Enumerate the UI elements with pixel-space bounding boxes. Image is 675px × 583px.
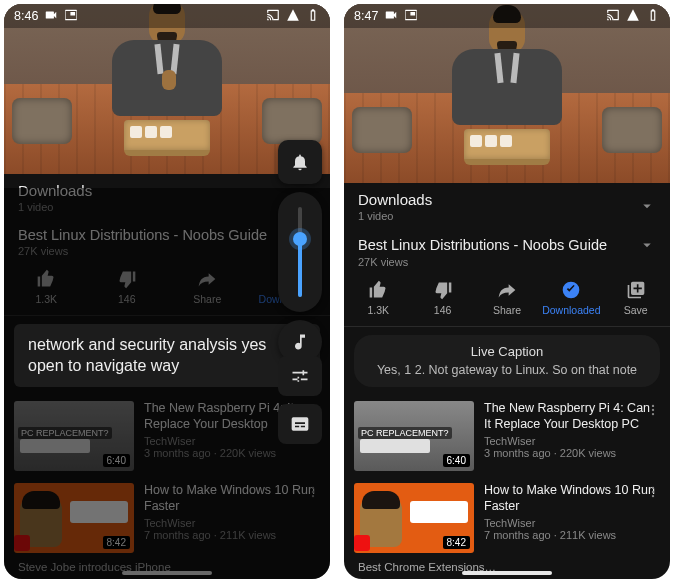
chevron-down-icon[interactable] <box>638 236 656 254</box>
list-item[interactable]: PC REPLACEMENT? 6:40 The New Raspberry P… <box>344 395 670 477</box>
pip-icon <box>64 8 78 25</box>
live-caption-bubble[interactable]: Live Caption Yes, 1 2. Not gateway to Li… <box>354 335 660 387</box>
slider-thumb[interactable] <box>293 232 307 246</box>
status-time: 8:46 <box>14 9 38 23</box>
slider-track[interactable] <box>298 207 302 297</box>
caption-controls <box>278 356 322 444</box>
more-vert-icon[interactable] <box>646 403 660 417</box>
caption-line1: network and security analysis <box>28 336 237 353</box>
caption-settings-button[interactable] <box>278 356 322 396</box>
video-player[interactable] <box>344 4 670 183</box>
caption-body: Yes, 1 2. Not gateway to Linux. So on th… <box>372 362 642 379</box>
status-bar: 8:46 <box>4 4 330 28</box>
related-title: How to Make Windows 10 Run Faster <box>484 483 660 514</box>
like-button[interactable]: 1.3K <box>349 280 407 316</box>
status-time: 8:47 <box>354 9 378 23</box>
live-caption-bubble[interactable]: network and security analysis yes open t… <box>14 324 320 387</box>
share-label: Share <box>493 304 521 316</box>
dislike-button[interactable]: 146 <box>414 280 472 316</box>
music-note-icon <box>290 332 310 352</box>
volume-slider[interactable] <box>278 192 322 312</box>
svg-point-7 <box>563 281 580 298</box>
svg-point-8 <box>652 405 654 407</box>
video-thumbnail[interactable]: 8:42 <box>354 483 474 553</box>
video-views: 27K views <box>344 256 670 276</box>
chevron-down-icon[interactable] <box>638 197 656 215</box>
more-vert-icon[interactable] <box>646 485 660 499</box>
svg-point-9 <box>652 409 654 411</box>
downloaded-label: Downloaded <box>542 304 600 316</box>
phone-left: 8:46 Downloads 1 video Best Linux Distri… <box>4 4 330 579</box>
dislike-count: 146 <box>434 304 452 316</box>
svg-point-10 <box>652 413 654 415</box>
share-icon <box>497 280 517 300</box>
action-bar: 1.3K 146 Share Downloaded Save <box>344 276 670 327</box>
status-bar: 8:47 <box>344 4 670 28</box>
volume-overlay <box>278 140 322 364</box>
like-count: 1.3K <box>367 304 389 316</box>
related-stats: 3 months ago · 220K views <box>484 447 660 459</box>
check-circle-icon <box>561 280 581 300</box>
downloads-title: Downloads <box>358 191 638 208</box>
phone-right: 8:47 Downloads 1 video Best Linux Distri… <box>344 4 670 579</box>
bell-icon <box>290 152 310 172</box>
save-label: Save <box>624 304 648 316</box>
camera-icon <box>384 8 398 25</box>
subtitles-icon <box>290 414 310 434</box>
pip-icon <box>404 8 418 25</box>
share-button[interactable]: Share <box>478 280 536 316</box>
video-duration: 8:42 <box>443 536 470 549</box>
camera-icon <box>44 8 58 25</box>
video-title-row[interactable]: Best Linux Distributions - Noobs Guide <box>344 226 670 256</box>
video-thumbnail[interactable]: PC REPLACEMENT? 6:40 <box>354 401 474 471</box>
caption-title: Live Caption <box>372 343 642 361</box>
signal-icon <box>286 8 300 25</box>
list-item[interactable]: 8:42 How to Make Windows 10 Run Faster T… <box>344 477 670 559</box>
red-indicator <box>354 535 370 551</box>
battery-icon <box>646 8 660 25</box>
sliders-icon <box>290 366 310 386</box>
save-button[interactable]: Save <box>607 280 665 316</box>
caption-toggle-button[interactable] <box>278 404 322 444</box>
related-list: PC REPLACEMENT? 6:40 The New Raspberry P… <box>344 395 670 579</box>
thumb-down-icon <box>433 280 453 300</box>
related-stats: 7 months ago · 211K views <box>484 529 660 541</box>
svg-point-11 <box>652 487 654 489</box>
related-title: The New Raspberry Pi 4: Can It Replace Y… <box>484 401 660 432</box>
svg-point-13 <box>652 495 654 497</box>
video-title: Best Linux Distributions - Noobs Guide <box>358 237 638 253</box>
library-add-icon <box>626 280 646 300</box>
battery-icon <box>306 8 320 25</box>
cast-icon[interactable] <box>266 8 280 25</box>
video-duration: 6:40 <box>443 454 470 467</box>
downloads-count: 1 video <box>358 210 638 222</box>
cast-icon[interactable] <box>606 8 620 25</box>
ringer-button[interactable] <box>278 140 322 184</box>
thumb-badge: PC REPLACEMENT? <box>358 427 452 439</box>
downloads-header[interactable]: Downloads 1 video <box>344 183 670 226</box>
signal-icon <box>626 8 640 25</box>
svg-point-12 <box>652 491 654 493</box>
related-channel: TechWiser <box>484 517 660 529</box>
home-indicator[interactable] <box>462 571 552 575</box>
related-channel: TechWiser <box>484 435 660 447</box>
thumb-up-icon <box>368 280 388 300</box>
downloaded-button[interactable]: Downloaded <box>542 280 600 316</box>
